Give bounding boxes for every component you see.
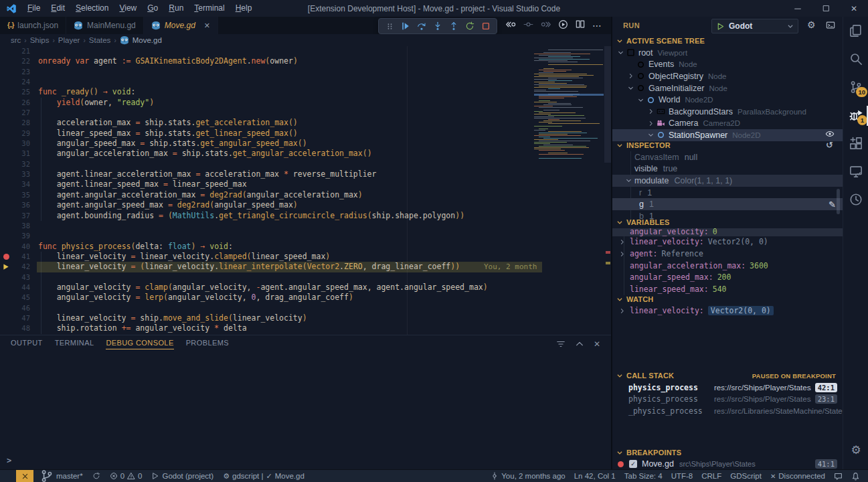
close-panel-icon[interactable]: ✕ [594, 339, 600, 349]
chevron-down-icon[interactable] [618, 50, 624, 56]
menu-edit[interactable]: Edit [46, 3, 70, 13]
inspector-prop-r[interactable]: r 1 [612, 187, 843, 199]
scene-node-world[interactable]: World Node2D [612, 94, 843, 106]
restart-button[interactable] [462, 19, 477, 33]
gutter[interactable] [0, 200, 12, 210]
menu-help[interactable]: Help [230, 3, 258, 13]
code-line[interactable]: 44 angular_velocity = clamp(angular_velo… [0, 283, 535, 293]
code-line[interactable]: 23 [0, 67, 535, 77]
scene-node-objectregistry[interactable]: ObjectRegistry Node [612, 70, 843, 82]
breadcrumb-item[interactable]: src [11, 36, 21, 44]
section-header[interactable]: INSPECTOR ↺ [612, 139, 843, 151]
gutter[interactable] [0, 262, 12, 272]
status-gdscript-lsp[interactable]: ⚙gdscript |✓Move.gd [223, 472, 305, 481]
chevron-right-icon[interactable] [648, 108, 654, 114]
code-line[interactable]: 47 linear_velocity = ship.move_and_slide… [0, 313, 535, 323]
section-header[interactable]: ACTIVE SCENE TREE [612, 35, 843, 47]
status-godot-connection[interactable]: ✕Disconnected [770, 472, 825, 480]
chevron-right-icon[interactable] [628, 73, 634, 79]
gutter[interactable] [0, 252, 12, 262]
step-into-button[interactable] [430, 19, 445, 33]
activity-extensions[interactable] [843, 135, 868, 151]
scene-node-gameinitializer[interactable]: GameInitializer Node [612, 82, 843, 94]
scene-node-backgroundstars[interactable]: BackgroundStars ParallaxBackground [612, 106, 843, 118]
activity-explorer[interactable] [843, 23, 868, 39]
scene-node-root[interactable]: root Viewport [612, 47, 843, 59]
start-debug-icon[interactable] [716, 22, 725, 31]
code-line[interactable]: 29 linear_speed_max = ship.stats.get_lin… [0, 129, 535, 139]
breakpoint-checkbox[interactable]: ✓ [629, 460, 637, 468]
maximize-panel-icon[interactable] [575, 339, 584, 349]
code-line[interactable]: 26 yield(owner, "ready") [0, 98, 535, 108]
breadcrumb-item[interactable]: States [89, 36, 111, 44]
maximize-button[interactable] [812, 0, 840, 17]
status-godot-project[interactable]: Godot (project) [151, 472, 213, 480]
step-out-button[interactable] [446, 19, 461, 33]
inspector-prop-g[interactable]: g 1 ✎ [612, 198, 843, 210]
inspector-prop-visible[interactable]: visible true [612, 163, 843, 175]
menu-go[interactable]: Go [142, 3, 163, 13]
section-header[interactable]: CALL STACK PAUSED ON BREAKPOINT [612, 370, 843, 382]
tab-mainmenu-gd[interactable]: MainMenu.gd [66, 17, 144, 34]
variable-angular_acceleration_max[interactable]: angular_acceleration_max: 3600 [612, 260, 843, 272]
filter-icon[interactable] [556, 339, 566, 349]
scene-node-events[interactable]: Events Node [612, 59, 843, 71]
step-back-icon[interactable] [506, 19, 516, 32]
activity-remote-explorer[interactable] [843, 163, 868, 179]
code-line[interactable]: 27 [0, 108, 535, 118]
code-line[interactable]: 21 [0, 46, 535, 56]
breadcrumb-item[interactable]: Player [58, 36, 80, 44]
tab-launch-json[interactable]: {..} launch.json [0, 17, 66, 34]
section-header[interactable]: WATCH [612, 293, 843, 305]
status-remote[interactable] [16, 470, 33, 482]
editor-scrollbar[interactable] [604, 46, 611, 163]
menu-view[interactable]: View [114, 3, 142, 13]
code-line[interactable]: 36 agent.angular_speed_max = deg2rad(ang… [0, 200, 535, 210]
variable-angular_speed_max[interactable]: angular_speed_max: 200 [612, 271, 843, 283]
code-line[interactable]: 32 [0, 159, 535, 169]
code-line[interactable]: 38 [0, 221, 535, 231]
breakpoint-dot[interactable] [3, 254, 9, 260]
status-sync[interactable] [92, 472, 100, 480]
split-editor-icon[interactable] [576, 19, 585, 31]
code-line[interactable]: 39 [0, 231, 535, 241]
minimap[interactable] [534, 48, 604, 206]
gutter[interactable] [0, 303, 12, 313]
chevron-right-icon[interactable] [619, 251, 625, 257]
step-forward-icon[interactable] [541, 19, 551, 32]
gutter[interactable] [0, 139, 12, 149]
debug-settings-gear-icon[interactable]: ⚙ [807, 20, 816, 29]
gutter[interactable] [0, 118, 12, 128]
variable-agent[interactable]: agent: Reference [612, 248, 843, 260]
stack-frame[interactable]: _physics_process res://src/Libraries/Sta… [612, 405, 843, 417]
inspector-prop-modulate[interactable]: modulate Color(1, 1, 1, 1) [612, 175, 843, 187]
panel-tab-terminal[interactable]: TERMINAL [55, 339, 94, 349]
sidebar-scrollbar[interactable] [837, 189, 840, 214]
gutter[interactable] [0, 272, 12, 283]
status-encoding[interactable]: UTF-8 [671, 472, 693, 480]
gutter[interactable] [0, 242, 12, 252]
watch-linear_velocity[interactable]: linear_velocity: Vector2(0, 0) [612, 305, 843, 317]
code-line[interactable]: 48 ship.rotation += angular_velocity * d… [0, 323, 535, 333]
launch-config-dropdown[interactable]: Godot [711, 19, 798, 33]
panel-tab-problems[interactable]: PROBLEMS [186, 339, 229, 349]
minimize-button[interactable] [784, 0, 812, 17]
inspector-prop-canvasitem[interactable]: CanvasItem null [612, 151, 843, 163]
status-notifications[interactable] [851, 472, 860, 481]
code-line[interactable]: 45 angular_velocity = lerp(angular_veloc… [0, 293, 535, 303]
code-line[interactable]: 30 angular_speed_max = ship.stats.get_an… [0, 139, 535, 149]
chevron-down-icon[interactable] [626, 177, 632, 183]
debug-console-prompt[interactable]: > [7, 456, 11, 465]
activity-search[interactable] [843, 51, 868, 67]
gutter[interactable] [0, 77, 12, 87]
edit-pencil-icon[interactable]: ✎ [829, 199, 836, 210]
more-icon[interactable]: ⋯ [592, 19, 602, 31]
gutter[interactable] [0, 129, 12, 139]
breadcrumb-item[interactable]: Ships [30, 36, 50, 44]
menu-run[interactable]: Run [163, 3, 189, 13]
code-line[interactable]: 41 linear_velocity = linear_velocity.cla… [0, 252, 535, 262]
refresh-inspector-icon[interactable]: ↺ [826, 140, 833, 150]
activity-profiler[interactable] [843, 191, 868, 208]
gutter[interactable] [0, 293, 12, 303]
gutter[interactable] [0, 56, 12, 66]
